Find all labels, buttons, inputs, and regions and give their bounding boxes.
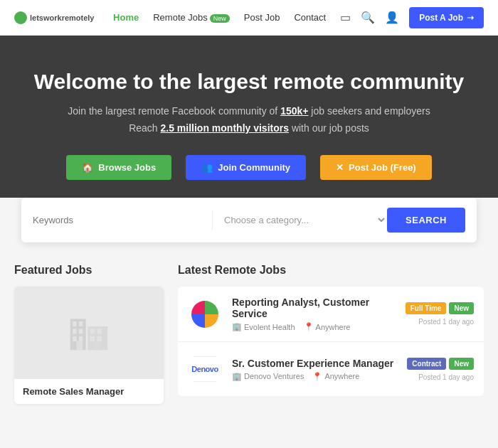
search-icon[interactable]: 🔍 bbox=[361, 11, 375, 24]
tag-contract: Contract bbox=[407, 358, 446, 370]
latest-title: Latest Remote Jobs bbox=[178, 264, 484, 277]
company-icon: 🏢 bbox=[232, 322, 242, 331]
job-meta: 🏢 Evolent Health 📍 Anywhere bbox=[232, 322, 396, 331]
job-tags: Full Time New Posted 1 day ago bbox=[406, 302, 474, 326]
browse-jobs-button[interactable]: 🏠 Browse Jobs bbox=[66, 155, 171, 180]
hero-subtitle1: Join the largest remote Facebook communi… bbox=[21, 105, 477, 117]
nav-icons: ▭ 🔍 👤 bbox=[340, 11, 399, 24]
featured-image bbox=[14, 287, 164, 379]
tag-row: Full Time New bbox=[406, 302, 474, 314]
svg-rect-3 bbox=[79, 321, 83, 326]
featured-card-info: Remote Sales Manager bbox=[14, 379, 164, 404]
arrow-icon: ➝ bbox=[467, 13, 474, 23]
job-title: Sr. Customer Experience Manager bbox=[232, 358, 397, 369]
hero-subtitle2: Reach 2.5 million monthly visitors with … bbox=[21, 122, 477, 134]
hero-title: Welcome to the largest remote community bbox=[21, 68, 477, 95]
job-info: Sr. Customer Experience Manager 🏢 Denovo… bbox=[232, 358, 397, 381]
svg-rect-11 bbox=[97, 336, 101, 341]
svg-rect-12 bbox=[77, 341, 83, 350]
location-icon: 📍 bbox=[312, 372, 322, 381]
job-tags: Contract New Posted 1 day ago bbox=[407, 358, 474, 381]
post-job-free-button[interactable]: ✕ Post Job (Free) bbox=[320, 155, 432, 180]
company-logo-denovo: Denovo bbox=[188, 352, 222, 386]
keywords-input[interactable] bbox=[33, 215, 203, 225]
nav-post-job[interactable]: Post Job bbox=[244, 12, 280, 23]
tag-row: Contract New bbox=[407, 358, 474, 370]
bookmark-icon[interactable]: ▭ bbox=[340, 11, 351, 24]
logo-text: letsworkremotely bbox=[30, 14, 94, 22]
navbar: letsworkremotely Home Remote JobsNew Pos… bbox=[0, 0, 498, 36]
svg-rect-9 bbox=[97, 329, 101, 334]
svg-rect-2 bbox=[73, 321, 76, 326]
company-icon: 🏢 bbox=[232, 372, 242, 381]
hero-link-150k[interactable]: 150k+ bbox=[280, 105, 308, 117]
user-icon[interactable]: 👤 bbox=[385, 11, 399, 24]
table-row[interactable]: Reporting Analyst, Customer Service 🏢 Ev… bbox=[178, 287, 484, 342]
svg-rect-7 bbox=[79, 336, 83, 341]
svg-rect-10 bbox=[90, 336, 95, 341]
tag-new: New bbox=[449, 358, 474, 370]
main-content: Featured Jobs bbox=[0, 242, 498, 418]
hero-section: Welcome to the largest remote community … bbox=[0, 36, 498, 219]
evolent-logo-circle bbox=[191, 301, 218, 328]
browse-icon: 🏠 bbox=[82, 162, 93, 173]
company-name: 🏢 Evolent Health bbox=[232, 322, 295, 331]
featured-section: Featured Jobs bbox=[14, 264, 164, 404]
nav-badge: New bbox=[210, 14, 230, 23]
job-info: Reporting Analyst, Customer Service 🏢 Ev… bbox=[232, 297, 396, 331]
posted-time: Posted 1 day ago bbox=[418, 318, 474, 326]
join-community-button[interactable]: 👥 Join Community bbox=[186, 155, 306, 180]
job-title: Reporting Analyst, Customer Service bbox=[232, 297, 396, 319]
join-icon: 👥 bbox=[201, 162, 213, 173]
job-location: 📍 Anywhere bbox=[312, 372, 359, 381]
svg-rect-4 bbox=[73, 329, 76, 334]
logo[interactable]: letsworkremotely bbox=[14, 11, 94, 24]
nav-home[interactable]: Home bbox=[113, 12, 139, 23]
logo-icon bbox=[14, 11, 27, 24]
search-button[interactable]: SEARCH bbox=[387, 208, 465, 233]
job-list: Reporting Analyst, Customer Service 🏢 Ev… bbox=[178, 287, 484, 396]
search-divider bbox=[212, 210, 213, 230]
post-job-button[interactable]: Post A Job ➝ bbox=[409, 7, 484, 28]
posted-time: Posted 1 day ago bbox=[418, 373, 474, 381]
table-row[interactable]: Denovo Sr. Customer Experience Manager 🏢… bbox=[178, 342, 484, 396]
job-location: 📍 Anywhere bbox=[304, 322, 351, 331]
svg-rect-5 bbox=[79, 329, 83, 334]
post-icon: ✕ bbox=[336, 162, 344, 173]
denovo-logo: Denovo bbox=[188, 356, 222, 382]
building-icon bbox=[64, 306, 114, 359]
nav-remote-jobs[interactable]: Remote JobsNew bbox=[153, 12, 230, 23]
svg-rect-6 bbox=[73, 336, 76, 341]
job-meta: 🏢 Denovo Ventures 📍 Anywhere bbox=[232, 372, 397, 381]
featured-title: Featured Jobs bbox=[14, 264, 164, 277]
hero-buttons: 🏠 Browse Jobs 👥 Join Community ✕ Post Jo… bbox=[21, 155, 477, 180]
company-name: 🏢 Denovo Ventures bbox=[232, 372, 304, 381]
search-container: Choose a category... Development Design … bbox=[0, 198, 498, 242]
svg-rect-13 bbox=[94, 343, 100, 351]
nav-contact[interactable]: Contact bbox=[294, 12, 326, 23]
featured-job-title: Remote Sales Manager bbox=[23, 386, 155, 397]
featured-card[interactable]: Remote Sales Manager bbox=[14, 287, 164, 404]
hero-link-visitors[interactable]: 2.5 million monthly visitors bbox=[161, 122, 289, 134]
tag-new: New bbox=[449, 302, 474, 314]
tag-full-time: Full Time bbox=[406, 302, 447, 314]
svg-rect-8 bbox=[90, 329, 95, 334]
latest-section: Latest Remote Jobs Reporting Analyst, Cu… bbox=[178, 264, 484, 404]
location-icon: 📍 bbox=[304, 322, 314, 331]
company-logo-evolent bbox=[188, 297, 222, 331]
nav-links: Home Remote JobsNew Post Job Contact bbox=[113, 12, 326, 23]
category-select[interactable]: Choose a category... Development Design … bbox=[221, 214, 387, 226]
search-bar: Choose a category... Development Design … bbox=[21, 198, 477, 242]
